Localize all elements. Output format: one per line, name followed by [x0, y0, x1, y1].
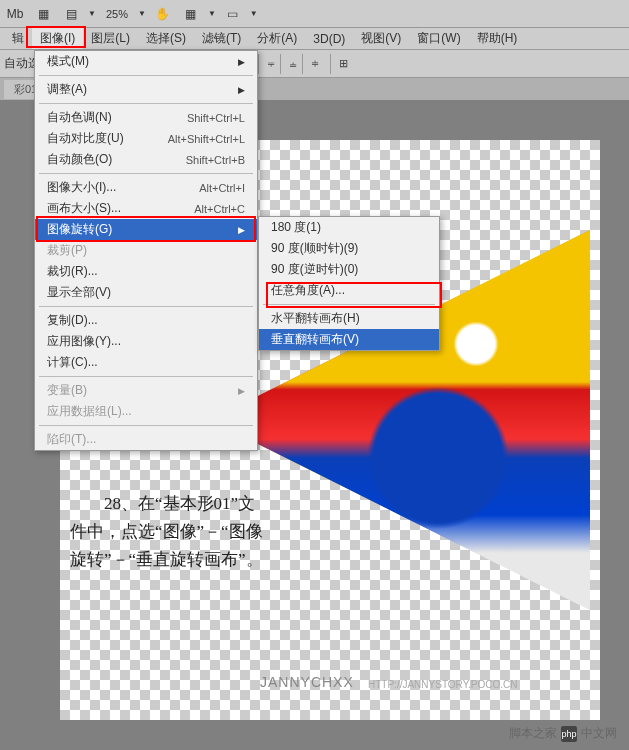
shortcut-text: Shift+Ctrl+L [187, 112, 245, 124]
menu-trim[interactable]: 裁切(R)... [35, 261, 257, 282]
watermark-author: JANNYCHXX [260, 674, 354, 690]
menu-separator [39, 173, 253, 174]
menu-duplicate-label: 复制(D)... [47, 312, 98, 329]
grid-icon[interactable]: ▦ [180, 4, 202, 24]
submenu-arbitrary-label: 任意角度(A)... [271, 282, 345, 299]
submenu-flip-v[interactable]: 垂直翻转画布(V) [259, 329, 439, 350]
menu-apply-image[interactable]: 应用图像(Y)... [35, 331, 257, 352]
grid-dropdown-icon[interactable]: ▼ [208, 9, 216, 18]
view-icon[interactable]: ▤ [60, 4, 82, 24]
menu-auto-contrast[interactable]: 自动对比度(U)Alt+Shift+Ctrl+L [35, 128, 257, 149]
screen-dropdown-icon[interactable]: ▼ [250, 9, 258, 18]
php-icon: php [561, 726, 577, 742]
menu-window[interactable]: 窗口(W) [409, 28, 468, 49]
shortcut-text: Alt+Ctrl+C [194, 203, 245, 215]
menu-select[interactable]: 选择(S) [138, 28, 194, 49]
menu-auto-tone-label: 自动色调(N) [47, 109, 112, 126]
menu-reveal-all[interactable]: 显示全部(V) [35, 282, 257, 303]
menu-separator [39, 376, 253, 377]
submenu-90cw[interactable]: 90 度(顺时针)(9) [259, 238, 439, 259]
menu-3d[interactable]: 3D(D) [305, 30, 353, 48]
menu-separator [263, 304, 435, 305]
menu-image-size[interactable]: 图像大小(I)...Alt+Ctrl+I [35, 177, 257, 198]
shortcut-text: Alt+Shift+Ctrl+L [168, 133, 245, 145]
top-toolbar: Mb ▦ ▤ ▼ 25% ▼ ✋ ▦ ▼ ▭ ▼ [0, 0, 629, 28]
submenu-90ccw[interactable]: 90 度(逆时针)(0) [259, 259, 439, 280]
submenu-arrow-icon: ▶ [238, 85, 245, 95]
submenu-flip-h-label: 水平翻转画布(H) [271, 310, 360, 327]
menu-adjustments[interactable]: 调整(A)▶ [35, 79, 257, 100]
menu-layer[interactable]: 图层(L) [83, 28, 138, 49]
rotation-submenu: 180 度(1) 90 度(顺时针)(9) 90 度(逆时针)(0) 任意角度(… [258, 216, 440, 351]
menu-auto-tone[interactable]: 自动色调(N)Shift+Ctrl+L [35, 107, 257, 128]
zoom-level[interactable]: 25% [102, 8, 132, 20]
menu-apply-data-label: 应用数据组(L)... [47, 403, 132, 420]
zoom-dropdown-icon[interactable]: ▼ [138, 9, 146, 18]
instruction-text: 28、在“基本形01”文件中，点选“图像”－“图像旋转”－“垂直旋转画布”。 [70, 490, 270, 574]
distribute-bot-icon[interactable]: ⫩ [302, 54, 322, 74]
menu-trim-label: 裁切(R)... [47, 263, 98, 280]
menu-reveal-all-label: 显示全部(V) [47, 284, 111, 301]
submenu-180-label: 180 度(1) [271, 219, 321, 236]
menu-edit[interactable]: 辑 [4, 28, 32, 49]
dropdown-arrow-icon[interactable]: ▼ [88, 9, 96, 18]
submenu-90ccw-label: 90 度(逆时针)(0) [271, 261, 358, 278]
submenu-arrow-icon: ▶ [238, 386, 245, 396]
menu-separator [39, 103, 253, 104]
menu-analysis[interactable]: 分析(A) [249, 28, 305, 49]
site1-text: 脚本之家 [509, 725, 557, 742]
menu-image-size-label: 图像大小(I)... [47, 179, 116, 196]
menu-apply-data: 应用数据组(L)... [35, 401, 257, 422]
menu-adjustments-label: 调整(A) [47, 81, 87, 98]
watermark-url: HTTP://JANNYSTORY.POCO.CN [368, 679, 517, 690]
shortcut-text: Alt+Ctrl+I [199, 182, 245, 194]
menu-help[interactable]: 帮助(H) [469, 28, 526, 49]
menu-trap: 陷印(T)... [35, 429, 257, 450]
menu-image[interactable]: 图像(I) [32, 28, 83, 49]
menu-separator [39, 75, 253, 76]
menu-view[interactable]: 视图(V) [353, 28, 409, 49]
menu-canvas-size[interactable]: 画布大小(S)...Alt+Ctrl+C [35, 198, 257, 219]
submenu-arrow-icon: ▶ [238, 225, 245, 235]
menu-variables-label: 变量(B) [47, 382, 87, 399]
screen-icon[interactable]: ▭ [222, 4, 244, 24]
menu-separator [39, 306, 253, 307]
menu-canvas-size-label: 画布大小(S)... [47, 200, 121, 217]
menu-apply-image-label: 应用图像(Y)... [47, 333, 121, 350]
submenu-90cw-label: 90 度(顺时针)(9) [271, 240, 358, 257]
menu-variables: 变量(B)▶ [35, 380, 257, 401]
menu-crop: 裁剪(P) [35, 240, 257, 261]
menubar: 辑 图像(I) 图层(L) 选择(S) 滤镜(T) 分析(A) 3D(D) 视图… [0, 28, 629, 50]
menu-auto-color[interactable]: 自动颜色(O)Shift+Ctrl+B [35, 149, 257, 170]
watermark-bottom: 脚本之家 php 中文网 [509, 725, 617, 742]
menu-duplicate[interactable]: 复制(D)... [35, 310, 257, 331]
menu-filter[interactable]: 滤镜(T) [194, 28, 249, 49]
menu-crop-label: 裁剪(P) [47, 242, 87, 259]
menu-trap-label: 陷印(T)... [47, 431, 96, 448]
menu-auto-color-label: 自动颜色(O) [47, 151, 112, 168]
site2-text: 中文网 [581, 725, 617, 742]
bridge-icon[interactable]: ▦ [32, 4, 54, 24]
menu-calculations[interactable]: 计算(C)... [35, 352, 257, 373]
menu-separator [39, 425, 253, 426]
hand-icon[interactable]: ✋ [152, 4, 174, 24]
shortcut-text: Shift+Ctrl+B [186, 154, 245, 166]
submenu-180[interactable]: 180 度(1) [259, 217, 439, 238]
menu-image-rotation[interactable]: 图像旋转(G)▶ [35, 219, 257, 240]
submenu-flip-h[interactable]: 水平翻转画布(H) [259, 308, 439, 329]
file-icon[interactable]: Mb [4, 4, 26, 24]
submenu-arrow-icon: ▶ [238, 57, 245, 67]
menu-image-rotation-label: 图像旋转(G) [47, 221, 112, 238]
submenu-arbitrary[interactable]: 任意角度(A)... [259, 280, 439, 301]
image-dropdown-menu: 模式(M)▶ 调整(A)▶ 自动色调(N)Shift+Ctrl+L 自动对比度(… [34, 50, 258, 451]
submenu-flip-v-label: 垂直翻转画布(V) [271, 331, 359, 348]
menu-auto-contrast-label: 自动对比度(U) [47, 130, 124, 147]
menu-mode[interactable]: 模式(M)▶ [35, 51, 257, 72]
menu-calculations-label: 计算(C)... [47, 354, 98, 371]
distribute-mid-icon[interactable]: ⫨ [280, 54, 300, 74]
menu-mode-label: 模式(M) [47, 53, 89, 70]
distribute-top-icon[interactable]: ⫧ [258, 54, 278, 74]
auto-align-icon[interactable]: ⊞ [330, 54, 350, 74]
